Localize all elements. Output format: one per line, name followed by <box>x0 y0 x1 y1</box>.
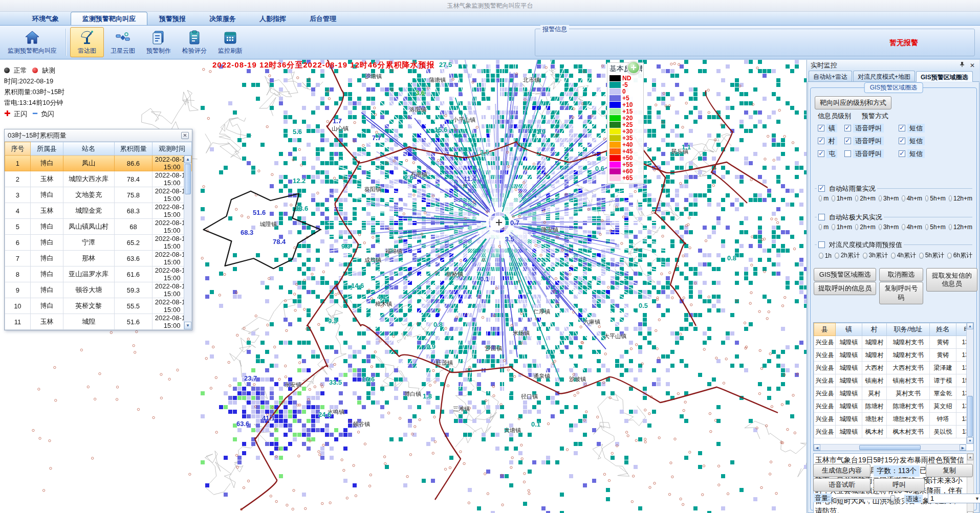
voice-call-checkbox[interactable] <box>844 138 851 144</box>
sms-checkbox[interactable] <box>899 150 905 157</box>
radio-2h累计[interactable] <box>835 253 839 259</box>
rain-table-row[interactable]: 10博白英桥文黎55.52022-08-19 15:00 <box>5 298 192 314</box>
speed-select[interactable]: 1 ▼ <box>928 494 980 503</box>
rain-table-row[interactable]: 9博白顿谷大塘59.32022-08-19 15:00 <box>5 282 192 298</box>
menu-tab-5[interactable]: 人影指挥 <box>248 12 298 25</box>
gis-select-button[interactable]: GIS预警区域圈选 <box>814 268 876 281</box>
contact-row[interactable]: 兴业县城隍镇大西村大西村支书梁泽建130149571 <box>814 362 974 374</box>
sms-checkbox[interactable] <box>899 138 905 144</box>
radio-2h+m[interactable] <box>855 195 858 202</box>
extract-call-button[interactable]: 提取呼叫的信息员 <box>814 282 876 295</box>
scroll-thumb[interactable] <box>185 164 191 194</box>
radio-5h+m[interactable] <box>925 195 928 202</box>
rain-window-titlebar[interactable]: 03时~15时累积雨量 ✕ <box>5 129 192 142</box>
contacts-col-header[interactable]: 镇 <box>836 323 862 336</box>
panel-tab-2[interactable]: 对流尺度模式+地图 <box>853 71 915 81</box>
copy-numbers-button[interactable]: 复制呼叫号码 <box>879 282 923 304</box>
radio-1h+m[interactable] <box>832 195 835 202</box>
panel-tab-3[interactable]: GIS预警区域圈选 <box>916 71 973 82</box>
tool-warning-doc-button[interactable]: 预警制作 <box>142 27 176 57</box>
call-level-button[interactable]: 靶向叫应的级别和方式 <box>815 96 891 109</box>
level-checkbox[interactable] <box>818 150 824 157</box>
model-group-checkbox[interactable] <box>818 241 825 248</box>
rain-col-header[interactable]: 所属县 <box>30 142 63 155</box>
cancel-select-button[interactable]: 取消圈选 <box>879 268 923 281</box>
rain-table-row[interactable]: 3博白文地姜充75.82022-08-19 15:00 <box>5 187 192 203</box>
scroll-thumb[interactable] <box>967 396 973 437</box>
level-checkbox[interactable] <box>818 138 824 144</box>
radio-4h+m[interactable] <box>902 224 905 230</box>
scroll-right-icon[interactable]: ▶ <box>960 444 966 451</box>
wind-group-checkbox[interactable] <box>818 214 825 220</box>
menu-tab-6[interactable]: 后台管理 <box>298 12 348 25</box>
scroll-up-icon[interactable]: ▲ <box>967 323 973 329</box>
pin-icon[interactable] <box>958 61 966 69</box>
tool-calendar-refresh-button[interactable]: 监控刷新 <box>213 27 247 57</box>
contact-row[interactable]: 兴业县城隍镇枫木村枫木村支书吴以悦137375511 <box>814 426 974 438</box>
radar-map-area[interactable]: 2022-08-19 12时36分至2022-08-19 12时46分累积降水预… <box>0 60 807 513</box>
menu-tab-4[interactable]: 决策服务 <box>198 12 248 25</box>
rain-table-row[interactable]: 6博白宁潭65.22022-08-19 15:00 <box>5 235 192 251</box>
call-button[interactable]: 呼叫 <box>874 478 925 492</box>
rain-table-row[interactable]: 2玉林城隍大西水库78.42022-08-19 15:00 <box>5 171 192 187</box>
tool-radar-button[interactable]: 雷达图 <box>70 27 104 57</box>
zoom-in-button[interactable]: + <box>627 61 640 74</box>
voice-call-checkbox[interactable] <box>844 150 851 157</box>
contact-row[interactable]: 兴业县城隍镇城隍村城隍村支书黄铸135176975 <box>814 336 974 349</box>
radio-5h累计[interactable] <box>919 253 924 259</box>
voice-call-checkbox[interactable] <box>844 125 851 131</box>
rain-accumulation-window[interactable]: 03时~15时累积雨量 ✕ 序号所属县站名累积雨量观测时间 1博白凤山86.62… <box>4 129 192 330</box>
radio-5h+m[interactable] <box>925 224 928 230</box>
scroll-down-icon[interactable]: ▼ <box>184 322 191 329</box>
tool-home-button[interactable]: 监测预警靶向叫应 <box>3 27 61 57</box>
radio-3h+m[interactable] <box>879 224 882 230</box>
menu-tab-2[interactable]: 监测预警靶向叫应 <box>71 12 147 25</box>
extract-sms-button[interactable]: 提取发短信的信息员 <box>926 268 977 292</box>
tool-satellite-button[interactable]: 卫星云图 <box>106 27 140 57</box>
rain-col-header[interactable]: 序号 <box>5 142 31 155</box>
rain-table-row[interactable]: 4玉林城隍金党68.32022-08-19 15:00 <box>5 203 192 219</box>
rain-table-row[interactable]: 1博白凤山86.62022-08-19 15:00 <box>5 155 192 171</box>
generate-message-button[interactable]: 生成信息内容 <box>813 464 870 477</box>
sms-checkbox[interactable] <box>899 125 905 131</box>
radio-2h+m[interactable] <box>855 224 858 230</box>
radio-3h累计[interactable] <box>863 253 867 259</box>
rain-col-header[interactable]: 观测时间 <box>153 142 192 155</box>
contacts-col-header[interactable]: 县 <box>814 323 836 336</box>
scroll-down-icon[interactable]: ▼ <box>967 437 973 444</box>
scroll-left-icon[interactable]: ◀ <box>814 444 820 451</box>
rain-table-row[interactable]: 11玉林城隍51.62022-08-19 15:00 <box>5 314 192 330</box>
radio-m[interactable] <box>819 195 822 202</box>
contacts-hscrollbar[interactable]: ◀ ▶ <box>814 444 966 451</box>
menu-tab-1[interactable]: 环境气象 <box>20 12 71 25</box>
scroll-up-icon[interactable]: ▲ <box>184 155 191 163</box>
contact-row[interactable]: 兴业县城隍镇城隍村城隍村支书黄铸135176975 <box>814 349 974 362</box>
scroll-thumb[interactable] <box>859 445 921 450</box>
volume-slider[interactable] <box>836 495 897 503</box>
rain-table-row[interactable]: 7博白那林63.62022-08-19 15:00 <box>5 251 192 266</box>
rain-table-vscrollbar[interactable]: ▲ ▼ <box>184 155 191 329</box>
menu-tab-3[interactable]: 预警预报 <box>147 12 198 25</box>
contacts-col-header[interactable]: 职务/地址 <box>887 323 930 336</box>
radio-12h+m[interactable] <box>949 195 952 202</box>
radio-6h累计[interactable] <box>947 253 952 259</box>
rain-table-row[interactable]: 5博白凤山镇凤山村682022-08-19 15:00 <box>5 219 192 235</box>
tool-clipboard-button[interactable]: 检验评分 <box>178 27 211 57</box>
contact-row[interactable]: 兴业县城隍镇莫村莫村支书覃金乾134575405 <box>814 387 974 400</box>
contact-row[interactable]: 兴业县城隍镇镇南村镇南村支书谭于模151775946 <box>814 374 974 387</box>
rain-col-header[interactable]: 站名 <box>63 142 115 155</box>
level-checkbox[interactable] <box>818 125 824 131</box>
radio-4h+m[interactable] <box>902 195 905 202</box>
rain-window-close-icon[interactable]: ✕ <box>181 132 189 139</box>
contacts-col-header[interactable]: 村 <box>862 323 887 336</box>
copy-button[interactable]: 复制 <box>926 464 973 477</box>
radio-12h+m[interactable] <box>949 224 952 230</box>
radio-1h[interactable] <box>819 253 823 259</box>
panel-tab-1[interactable]: 自动站+雷达 <box>809 71 852 81</box>
radio-m[interactable] <box>819 224 822 230</box>
radio-1h+m[interactable] <box>832 224 835 230</box>
rain-group-checkbox[interactable] <box>818 185 825 192</box>
scroll-up-icon[interactable]: ▲ <box>967 454 973 460</box>
contacts-col-header[interactable]: 姓名 <box>930 323 956 336</box>
volume-slider-thumb[interactable] <box>890 495 895 502</box>
